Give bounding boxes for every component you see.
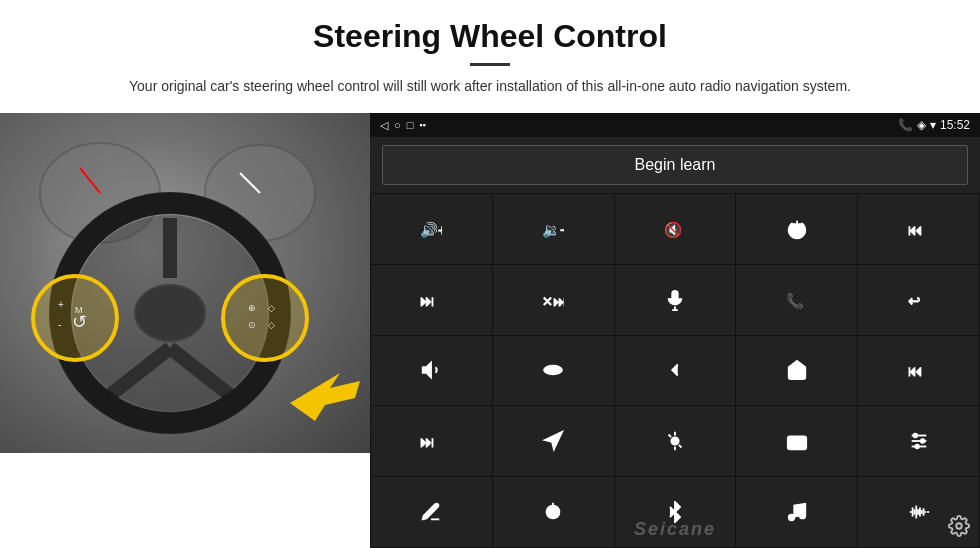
page-title: Steering Wheel Control: [60, 18, 920, 55]
svg-point-46: [791, 441, 795, 445]
status-left: ◁ ○ □ ▪▪: [380, 119, 426, 132]
power-button[interactable]: [736, 194, 857, 264]
recent-nav-icon[interactable]: □: [407, 119, 414, 131]
begin-learn-row: Begin learn: [370, 137, 980, 193]
svg-line-44: [679, 445, 682, 448]
back-nav-icon[interactable]: ◁: [380, 119, 388, 132]
bluetooth-button[interactable]: [615, 477, 736, 547]
svg-text:⏮: ⏮: [908, 221, 923, 237]
skip-fwd-button[interactable]: ✕⏭: [493, 265, 614, 335]
svg-point-70: [956, 523, 962, 529]
radio-button[interactable]: [736, 406, 857, 476]
svg-text:⊕: ⊕: [248, 303, 256, 313]
steering-wheel-image: + - M ↺ ⊕ ◇ ⊙ ◇: [0, 113, 370, 453]
source-button[interactable]: [615, 406, 736, 476]
ff-button[interactable]: ⏭: [371, 406, 492, 476]
svg-point-58: [789, 515, 795, 521]
svg-text:◇: ◇: [268, 303, 275, 313]
svg-point-59: [800, 513, 806, 519]
wifi-icon: ▾: [930, 118, 936, 132]
next-button[interactable]: ⏭: [371, 265, 492, 335]
svg-text:↩: ↩: [908, 292, 921, 308]
android-screen: ◁ ○ □ ▪▪ 📞 ◈ ▾ 15:52 Begin learn: [370, 113, 980, 548]
page-wrapper: Steering Wheel Control Your original car…: [0, 0, 980, 548]
title-divider: [470, 63, 510, 66]
content-row: + - M ↺ ⊕ ◇ ⊙ ◇ ◁ ○ □ ▪▪: [0, 113, 980, 548]
location-icon: ◈: [917, 118, 926, 132]
svg-text:360°: 360°: [550, 369, 561, 375]
svg-text:🔇: 🔇: [664, 220, 683, 238]
svg-text:◇: ◇: [268, 320, 275, 330]
settings-gear-icon[interactable]: [948, 515, 970, 542]
navigate-button[interactable]: [493, 406, 614, 476]
svg-point-56: [550, 509, 556, 515]
svg-point-53: [920, 439, 924, 443]
home-button[interactable]: [736, 336, 857, 406]
phone-status-icon: 📞: [898, 118, 913, 132]
svg-text:⏭: ⏭: [420, 434, 435, 450]
svg-text:✕⏭: ✕⏭: [542, 293, 564, 308]
svg-marker-39: [545, 432, 562, 449]
mic-button[interactable]: [615, 265, 736, 335]
svg-point-52: [913, 434, 917, 438]
header-section: Steering Wheel Control Your original car…: [0, 0, 980, 105]
rewind-button[interactable]: ⏮: [858, 336, 979, 406]
svg-point-13: [223, 276, 307, 360]
music-button[interactable]: [736, 477, 857, 547]
icon-grid: 🔊+ 🔉− 🔇 ⏮: [370, 193, 980, 548]
subtitle-text: Your original car's steering wheel contr…: [100, 76, 880, 97]
pen-button[interactable]: [371, 477, 492, 547]
svg-text:📞: 📞: [786, 291, 805, 309]
mute-button[interactable]: 🔇: [615, 194, 736, 264]
home-nav-icon[interactable]: ○: [394, 119, 401, 131]
vol-up-button[interactable]: 🔊+: [371, 194, 492, 264]
svg-text:⏮: ⏮: [908, 363, 923, 379]
equalizer-button[interactable]: [858, 406, 979, 476]
prev-track-button[interactable]: ⏮: [858, 194, 979, 264]
svg-point-40: [671, 438, 678, 445]
begin-learn-button[interactable]: Begin learn: [382, 145, 968, 185]
svg-line-43: [668, 435, 671, 438]
hang-up-button[interactable]: ↩: [858, 265, 979, 335]
back-button[interactable]: [615, 336, 736, 406]
svg-point-54: [915, 445, 919, 449]
horn-button[interactable]: [371, 336, 492, 406]
svg-text:⏭: ⏭: [420, 292, 435, 308]
cam-360-button[interactable]: 360°: [493, 336, 614, 406]
vol-down-button[interactable]: 🔉−: [493, 194, 614, 264]
time-display: 15:52: [940, 118, 970, 132]
knob-button[interactable]: [493, 477, 614, 547]
status-bar: ◁ ○ □ ▪▪ 📞 ◈ ▾ 15:52: [370, 113, 980, 137]
phone-call-button[interactable]: 📞: [736, 265, 857, 335]
status-right: 📞 ◈ ▾ 15:52: [898, 118, 970, 132]
svg-text:⊙: ⊙: [248, 320, 256, 330]
signal-icon: ▪▪: [419, 120, 425, 130]
steering-wheel-svg: + - M ↺ ⊕ ◇ ⊙ ◇: [0, 113, 370, 453]
svg-text:+: +: [58, 299, 64, 310]
svg-text:🔊+: 🔊+: [420, 220, 442, 238]
svg-text:🔉−: 🔉−: [542, 220, 564, 238]
svg-text:↺: ↺: [72, 312, 87, 332]
svg-text:-: -: [58, 319, 61, 330]
